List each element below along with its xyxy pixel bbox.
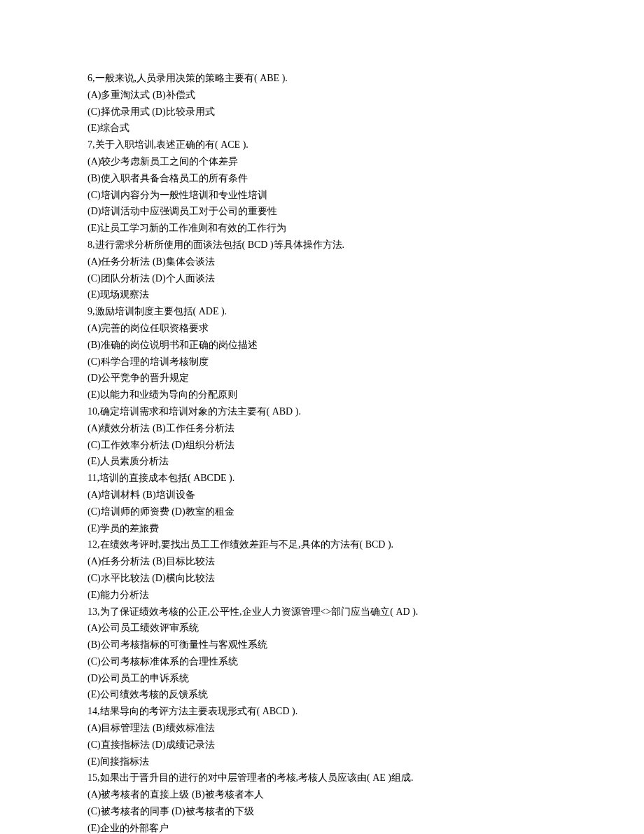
text-line: (B)公司考核指标的可衡量性与客观性系统 <box>88 637 556 653</box>
text-line: (E)间接指标法 <box>88 753 556 770</box>
text-line: (A)多重淘汰式 (B)补偿式 <box>88 87 556 104</box>
text-line: (D)公平竞争的晋升规定 <box>88 370 556 387</box>
text-line: (C)直接指标法 (D)成绩记录法 <box>88 737 556 753</box>
text-line: (A)目标管理法 (B)绩效标准法 <box>88 720 556 737</box>
text-line: (E)公司绩效考核的反馈系统 <box>88 686 556 703</box>
text-line: 7,关于入职培训,表述正确的有( ACE ). <box>88 137 556 153</box>
text-line: (D)公司员工的申诉系统 <box>88 670 556 687</box>
text-line: (C)科学合理的培训考核制度 <box>88 354 556 370</box>
text-line: (E)企业的外部客户 <box>88 820 556 834</box>
text-line: (A)公司员工绩效评审系统 <box>88 620 556 637</box>
text-line: (C)工作效率分析法 (D)组织分析法 <box>88 437 556 454</box>
text-line: (A)被考核者的直接上级 (B)被考核者本人 <box>88 786 556 803</box>
text-line: (A)任务分析法 (B)目标比较法 <box>88 553 556 570</box>
text-line: (E)让员工学习新的工作准则和有效的工作行为 <box>88 220 556 237</box>
text-line: 14,结果导向的考评方法主要表现形式有( ABCD ). <box>88 703 556 720</box>
text-line: (C)择优录用式 (D)比较录用式 <box>88 104 556 120</box>
text-line: (C)团队分析法 (D)个人面谈法 <box>88 270 556 287</box>
text-line: (A)完善的岗位任职资格要求 <box>88 320 556 337</box>
text-line: (E)现场观察法 <box>88 286 556 303</box>
text-line: 11,培训的直接成本包括( ABCDE ). <box>88 470 556 487</box>
text-line: (E)能力分析法 <box>88 587 556 604</box>
text-line: (A)绩效分析法 (B)工作任务分析法 <box>88 420 556 437</box>
text-line: 9,激励培训制度主要包括( ADE ). <box>88 303 556 320</box>
text-line: (B)准确的岗位说明书和正确的岗位描述 <box>88 337 556 354</box>
text-line: (A)较少考虑新员工之间的个体差异 <box>88 153 556 170</box>
text-line: (D)培训活动中应强调员工对于公司的重要性 <box>88 203 556 220</box>
text-line: (C)公司考核标准体系的合理性系统 <box>88 653 556 670</box>
text-line: 15,如果出于晋升目的进行的对中层管理者的考核,考核人员应该由( AE )组成. <box>88 770 556 786</box>
text-line: (B)使入职者具备合格员工的所有条件 <box>88 170 556 187</box>
document-body: 6,一般来说,人员录用决策的策略主要有( ABE ).(A)多重淘汰式 (B)补… <box>88 70 556 834</box>
text-line: (C)培训师的师资费 (D)教室的租金 <box>88 503 556 520</box>
text-line: (C)被考核者的同事 (D)被考核者的下级 <box>88 803 556 820</box>
text-line: 8,进行需求分析所使用的面谈法包括( BCD )等具体操作方法. <box>88 237 556 253</box>
text-line: (A)培训材料 (B)培训设备 <box>88 487 556 503</box>
text-line: 13,为了保证绩效考核的公正,公平性,企业人力资源管理<>部门应当确立( AD … <box>88 604 556 620</box>
text-line: (E)人员素质分析法 <box>88 453 556 470</box>
text-line: 12,在绩效考评时,要找出员工工作绩效差距与不足,具体的方法有( BCD ). <box>88 536 556 553</box>
text-line: (C)培训内容分为一般性培训和专业性培训 <box>88 187 556 204</box>
text-line: (C)水平比较法 (D)横向比较法 <box>88 570 556 587</box>
text-line: (E)学员的差旅费 <box>88 520 556 537</box>
text-line: (E)综合式 <box>88 120 556 137</box>
text-line: (E)以能力和业绩为导向的分配原则 <box>88 387 556 403</box>
text-line: 6,一般来说,人员录用决策的策略主要有( ABE ). <box>88 70 556 87</box>
text-line: 10,确定培训需求和培训对象的方法主要有( ABD ). <box>88 403 556 420</box>
text-line: (A)任务分析法 (B)集体会谈法 <box>88 253 556 270</box>
